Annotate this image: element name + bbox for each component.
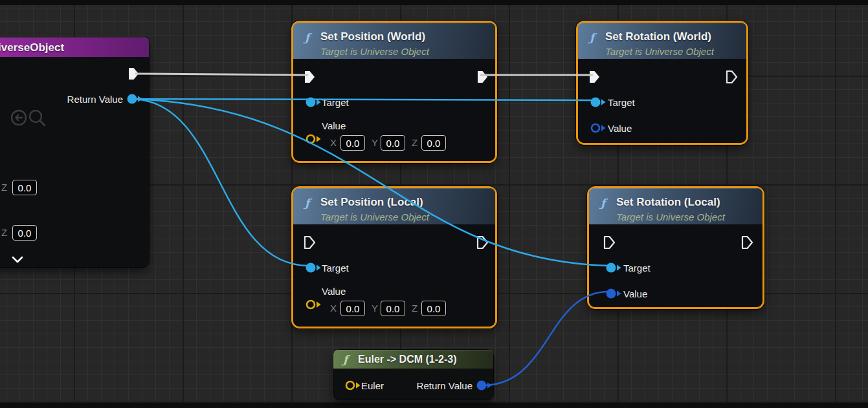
top-letterbox xyxy=(0,0,868,5)
node-set-position-world[interactable]: ƒ Set Position (World) Target is Univers… xyxy=(291,21,497,163)
x-axis-label: X xyxy=(330,135,337,151)
target-pin[interactable] xyxy=(306,97,322,107)
z-axis-label: Z xyxy=(1,180,7,195)
target-pin-label: Target xyxy=(623,263,651,274)
node-subtitle: Target is Universe Object xyxy=(320,211,429,222)
exec-input-pin[interactable] xyxy=(603,235,616,250)
wire-returnvalue-to-setposlocal-target xyxy=(132,99,309,266)
exec-output-pin[interactable] xyxy=(128,67,140,81)
value-pin-label: Value xyxy=(322,121,346,131)
z1-value-field[interactable]: 0.0 xyxy=(12,180,37,195)
node-universe-object[interactable]: iverseObject Return Value Z 0.0 Z 0.0 xyxy=(0,38,149,267)
node-subtitle: Target is Universe Object xyxy=(320,46,429,57)
target-pin[interactable] xyxy=(306,263,322,273)
euler-pin[interactable] xyxy=(345,380,362,391)
x-axis-label: X xyxy=(330,301,337,316)
exec-input-pin[interactable] xyxy=(588,70,601,84)
exec-input-pin[interactable] xyxy=(304,235,316,250)
value-pin-label: Value xyxy=(623,289,647,299)
blueprint-graph-canvas[interactable]: iverseObject Return Value Z 0.0 Z 0.0 ƒ xyxy=(0,0,868,408)
return-value-pin-label: Return Value xyxy=(45,94,123,105)
node-title: Set Position (Local) xyxy=(320,195,423,209)
function-icon: ƒ xyxy=(305,197,309,209)
target-pin-label: Target xyxy=(608,98,635,108)
value-pin[interactable] xyxy=(306,134,322,144)
target-pin[interactable] xyxy=(606,263,623,273)
node-subtitle: Target is Universe Object xyxy=(616,211,725,222)
euler-pin-label: Euler xyxy=(361,381,384,391)
value-x-field[interactable]: 0.0 xyxy=(340,135,365,151)
value-x-field[interactable]: 0.0 xyxy=(340,301,365,316)
node-title: Set Position (World) xyxy=(320,30,425,43)
node-euler-to-dcm[interactable]: ƒ Euler -> DCM (1-2-3) Euler Return Valu… xyxy=(333,350,493,400)
y-axis-label: Y xyxy=(372,135,378,151)
z-axis-label: Z xyxy=(1,225,7,241)
z-axis-label: Z xyxy=(412,135,417,151)
return-value-pin-label: Return Value xyxy=(395,381,473,391)
return-value-pin[interactable] xyxy=(127,94,144,104)
exec-output-pin[interactable] xyxy=(476,70,489,84)
function-icon: ƒ xyxy=(590,31,594,44)
exec-output-pin[interactable] xyxy=(741,235,753,250)
value-y-field[interactable]: 0.0 xyxy=(381,135,405,151)
function-icon: ƒ xyxy=(343,353,348,366)
function-icon: ƒ xyxy=(601,197,605,209)
value-pin-label: Value xyxy=(608,123,632,134)
node-subtitle: Target is Universe Object xyxy=(605,46,714,57)
node-set-rotation-local[interactable]: ƒ Set Rotation (Local) Target is Univers… xyxy=(587,186,764,309)
node-title: Set Rotation (World) xyxy=(605,30,711,43)
expand-node-chevron-icon[interactable] xyxy=(11,256,24,264)
value-pin-label: Value xyxy=(322,286,346,297)
node-title: Set Rotation (Local) xyxy=(616,195,720,209)
value-z-field[interactable]: 0.0 xyxy=(421,301,446,316)
z2-value-field[interactable]: 0.0 xyxy=(12,225,37,241)
value-z-field[interactable]: 0.0 xyxy=(421,135,446,151)
node-title: Euler -> DCM (1-2-3) xyxy=(358,352,456,366)
value-pin[interactable] xyxy=(590,123,607,133)
target-pin-label: Target xyxy=(322,98,349,108)
target-pin-label: Target xyxy=(322,263,349,274)
bottom-letterbox xyxy=(0,403,868,408)
exec-output-pin[interactable] xyxy=(726,70,738,84)
y-axis-label: Y xyxy=(372,301,378,316)
node-title: iverseObject xyxy=(0,41,64,54)
target-pin[interactable] xyxy=(590,97,607,107)
wire-exec-universe-to-setposworld xyxy=(136,74,307,75)
z-axis-label: Z xyxy=(412,301,417,316)
value-pin[interactable] xyxy=(306,299,322,310)
navigate-back-icon xyxy=(10,109,28,127)
value-pin[interactable] xyxy=(606,288,623,299)
return-value-pin[interactable] xyxy=(476,380,493,391)
exec-input-pin[interactable] xyxy=(304,70,316,84)
value-y-field[interactable]: 0.0 xyxy=(381,301,405,316)
function-icon: ƒ xyxy=(305,31,309,44)
node-set-rotation-world[interactable]: ƒ Set Rotation (World) Target is Univers… xyxy=(576,21,748,145)
node-set-position-local[interactable]: ƒ Set Position (Local) Target is Univers… xyxy=(291,186,497,328)
magnifier-icon xyxy=(27,109,47,128)
exec-output-pin[interactable] xyxy=(476,235,489,250)
